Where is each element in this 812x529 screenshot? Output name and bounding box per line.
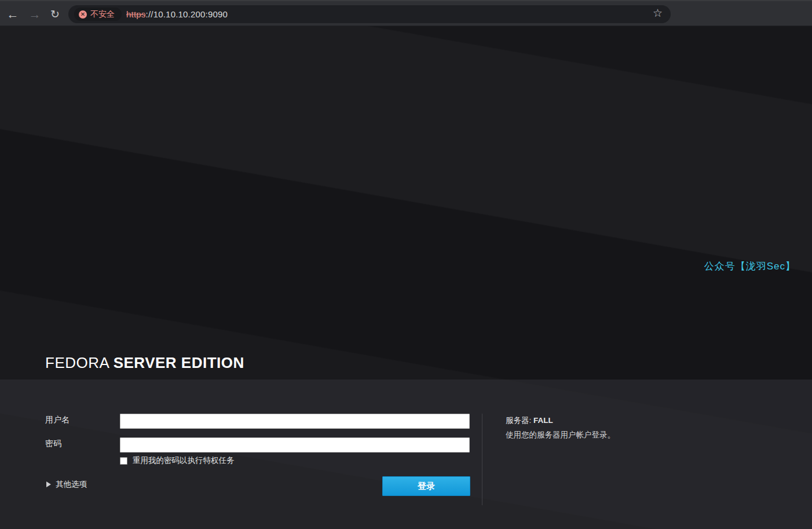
login-panel: 用户名 密码 重用我的密码以执行特权任务 其他选项 登录 服务器: FALL 使… <box>0 380 812 529</box>
cockpit-login-page: 公众号【泷羽Sec】 FEDORA SERVER EDITION 用户名 密码 … <box>0 26 812 529</box>
brand-edition: SERVER EDITION <box>114 354 244 371</box>
server-label: 服务器: <box>506 416 533 425</box>
page-title: FEDORA SERVER EDITION <box>45 354 244 372</box>
reuse-password-checkbox[interactable] <box>120 457 127 465</box>
not-secure-x-icon: ✕ <box>79 10 87 19</box>
browser-toolbar: ← → ↻ ✕ 不安全 https://10.10.10.200:9090 ☆ <box>0 0 812 26</box>
chevron-right-icon <box>46 481 51 487</box>
login-hint: 使用您的服务器用户帐户登录。 <box>506 430 615 440</box>
forward-icon: → <box>25 1 45 27</box>
password-label: 密码 <box>45 439 61 449</box>
other-options-label: 其他选项 <box>56 479 87 490</box>
vertical-divider <box>482 414 482 505</box>
server-name: FALL <box>533 416 553 425</box>
other-options-expander[interactable]: 其他选项 <box>46 479 87 490</box>
not-secure-label: 不安全 <box>90 9 115 20</box>
brand-distro: FEDORA <box>45 354 114 371</box>
username-label: 用户名 <box>45 415 70 425</box>
url-rest: ://10.10.10.200:9090 <box>146 9 228 19</box>
password-input[interactable] <box>120 437 470 453</box>
back-icon[interactable]: ← <box>3 1 23 27</box>
bookmark-star-icon[interactable]: ☆ <box>653 6 663 20</box>
username-input[interactable] <box>120 414 470 429</box>
watermark-text: 公众号【泷羽Sec】 <box>704 260 796 273</box>
reuse-password-label[interactable]: 重用我的密码以执行特权任务 <box>133 455 235 466</box>
url-scheme: https <box>126 9 146 19</box>
login-button[interactable]: 登录 <box>382 476 470 496</box>
address-bar[interactable]: ✕ 不安全 https://10.10.10.200:9090 ☆ <box>68 5 671 23</box>
url-text[interactable]: https://10.10.10.200:9090 <box>126 5 228 23</box>
not-secure-badge[interactable]: ✕ 不安全 <box>74 8 122 21</box>
reload-icon[interactable]: ↻ <box>45 1 65 27</box>
server-line: 服务器: FALL <box>506 415 553 426</box>
